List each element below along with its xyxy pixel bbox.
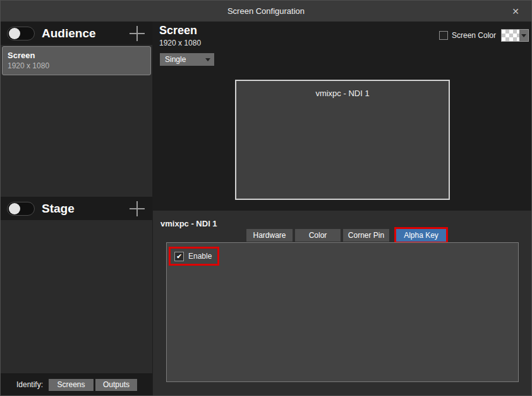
layout-select-value: Single bbox=[165, 55, 205, 64]
identify-label: Identify: bbox=[16, 380, 43, 389]
screen-configuration-window: Screen Configuration ✕ Audience Screen 1… bbox=[0, 0, 532, 396]
identify-screens-button[interactable]: Screens bbox=[49, 379, 94, 391]
close-icon[interactable]: ✕ bbox=[504, 1, 528, 22]
sidebar: Audience Screen 1920 x 1080 Stage Identi… bbox=[1, 22, 152, 396]
title-bar: Screen Configuration ✕ bbox=[1, 1, 531, 22]
screen-color-group: Screen Color bbox=[439, 28, 529, 42]
audience-toggle[interactable] bbox=[7, 27, 35, 40]
audience-label: Audience bbox=[42, 27, 96, 40]
toggle-knob bbox=[9, 203, 20, 214]
input-settings-panel: vmixpc - NDI 1 Hardware Color Corner Pin… bbox=[153, 211, 532, 396]
enable-row: ✔ Enable bbox=[171, 249, 217, 264]
audience-screen-list: Screen 1920 x 1080 bbox=[1, 45, 152, 197]
transparency-checker-swatch bbox=[502, 30, 519, 41]
screen-panel-title: Screen bbox=[159, 24, 197, 37]
screen-color-checkbox[interactable] bbox=[439, 31, 448, 40]
screen-item-name: Screen bbox=[8, 51, 145, 60]
tab-color[interactable]: Color bbox=[295, 229, 341, 242]
color-dropdown-arrow-button[interactable] bbox=[519, 30, 528, 41]
alpha-key-tab-content: ✔ Enable bbox=[166, 242, 519, 382]
enable-label: Enable bbox=[188, 252, 212, 261]
list-item-screen[interactable]: Screen 1920 x 1080 bbox=[2, 46, 151, 75]
stage-toggle[interactable] bbox=[7, 202, 35, 216]
stage-label: Stage bbox=[42, 202, 75, 216]
tab-alpha-key[interactable]: Alpha Key bbox=[396, 229, 446, 242]
input-title: vmixpc - NDI 1 bbox=[160, 219, 217, 228]
enable-checkbox[interactable]: ✔ bbox=[174, 252, 184, 261]
identify-outputs-button[interactable]: Outputs bbox=[95, 379, 137, 391]
screen-item-resolution: 1920 x 1080 bbox=[8, 61, 145, 70]
identify-bar: Identify: Screens Outputs bbox=[1, 373, 152, 396]
add-stage-screen-icon[interactable] bbox=[130, 201, 145, 216]
preview-input-label: vmixpc - NDI 1 bbox=[236, 89, 449, 98]
screen-color-picker[interactable] bbox=[501, 29, 529, 42]
screen-panel-resolution: 1920 x 1080 bbox=[159, 39, 201, 47]
add-audience-screen-icon[interactable] bbox=[130, 26, 145, 41]
stage-screen-list bbox=[1, 220, 152, 373]
screen-preview[interactable]: vmixpc - NDI 1 bbox=[235, 80, 450, 200]
tab-corner-pin[interactable]: Corner Pin bbox=[343, 229, 389, 242]
toggle-knob bbox=[9, 28, 20, 39]
screen-layout-select[interactable]: Single bbox=[160, 53, 214, 66]
checkmark-icon: ✔ bbox=[176, 253, 182, 260]
stage-section-header: Stage bbox=[1, 197, 152, 220]
annotation-box-enable: ✔ Enable bbox=[169, 247, 219, 266]
chevron-down-icon bbox=[205, 58, 210, 61]
annotation-box-alpha-key: Alpha Key bbox=[394, 227, 448, 244]
chevron-down-icon bbox=[521, 34, 526, 37]
tab-hardware[interactable]: Hardware bbox=[246, 229, 293, 242]
window-title: Screen Configuration bbox=[227, 6, 305, 16]
screen-panel: Screen 1920 x 1080 Screen Color Single v… bbox=[153, 22, 532, 211]
audience-section-header: Audience bbox=[1, 22, 152, 45]
screen-color-label: Screen Color bbox=[452, 31, 496, 40]
